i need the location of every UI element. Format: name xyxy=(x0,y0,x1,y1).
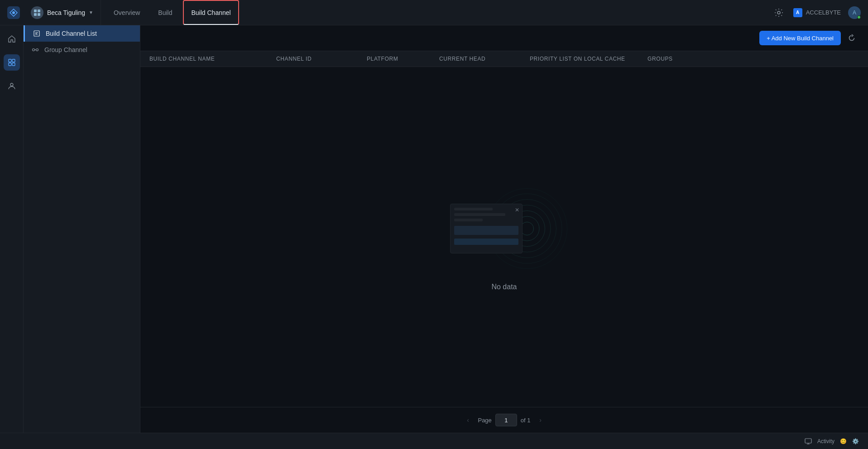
svg-point-11 xyxy=(10,83,13,86)
left-sidebar: Build Channel List Group Channel xyxy=(24,25,140,433)
table-header: Build Channel Name Channel ID Platform C… xyxy=(140,51,868,67)
bottom-bar: Activity 😊 ⚙️ xyxy=(0,433,868,449)
of-label: of 1 xyxy=(521,417,531,424)
mockup-line-1 xyxy=(454,208,493,210)
next-page-button[interactable]: › xyxy=(534,414,547,426)
col-current-head: Current Head xyxy=(439,56,530,62)
add-new-build-channel-button[interactable]: + Add New Build Channel xyxy=(759,31,841,45)
col-build-channel-name: Build Channel Name xyxy=(149,56,276,62)
tab-build[interactable]: Build xyxy=(149,0,181,25)
svg-rect-10 xyxy=(12,63,15,66)
table-body: ✕ No data xyxy=(140,67,868,407)
online-status-dot xyxy=(857,15,861,19)
empty-illustration: ✕ xyxy=(441,183,568,274)
svg-rect-4 xyxy=(34,13,37,16)
page-label: Page xyxy=(478,417,491,424)
col-channel-id: Channel ID xyxy=(276,56,367,62)
sidebar-icon-users[interactable] xyxy=(4,78,20,94)
bottom-bar-emoji[interactable]: 😊 xyxy=(840,438,847,444)
sidebar-item-label: Build Channel List xyxy=(46,30,97,37)
workspace-selector[interactable]: Beca Tiguling ▼ xyxy=(24,0,101,25)
workspace-name: Beca Tiguling xyxy=(47,9,85,16)
svg-rect-3 xyxy=(38,10,40,12)
sidebar-icon-home[interactable] xyxy=(4,31,20,47)
accelbyte-logo: A xyxy=(793,8,802,17)
workspace-avatar xyxy=(31,6,43,19)
screen-mockup: ✕ xyxy=(450,204,523,253)
mockup-bar-2 xyxy=(454,239,518,245)
empty-text: No data xyxy=(491,283,517,291)
activity-label: Activity xyxy=(817,438,834,444)
empty-state: ✕ No data xyxy=(441,183,568,291)
sidebar-item-build-channel-list[interactable]: Build Channel List xyxy=(24,25,140,42)
svg-rect-5 xyxy=(38,13,40,16)
content-toolbar: + Add New Build Channel xyxy=(140,25,868,51)
sidebar-item-label: Group Channel xyxy=(44,46,87,53)
settings-icon[interactable] xyxy=(772,5,786,20)
sidebar-item-group-channel[interactable]: Group Channel xyxy=(24,42,140,58)
tab-build-channel[interactable]: Build Channel xyxy=(183,0,239,25)
group-channel-icon xyxy=(31,46,40,53)
page-input[interactable] xyxy=(495,414,517,426)
mockup-bar-1 xyxy=(454,226,518,235)
nav-right: A ACCELBYTE A xyxy=(764,5,868,20)
top-nav: Beca Tiguling ▼ Overview Build Build Cha… xyxy=(0,0,868,25)
svg-rect-2 xyxy=(34,10,37,12)
svg-rect-8 xyxy=(12,59,15,62)
mockup-close-icon: ✕ xyxy=(515,207,519,213)
bottom-bar-screen-icon[interactable] xyxy=(805,438,812,445)
svg-point-14 xyxy=(36,49,38,51)
svg-rect-15 xyxy=(805,439,811,443)
tab-overview[interactable]: Overview xyxy=(105,0,149,25)
prev-page-button[interactable]: ‹ xyxy=(461,414,474,426)
col-priority-list: Priority List on Local Cache xyxy=(530,56,647,62)
main-body: Build Channel List Group Channel + Add N… xyxy=(0,25,868,433)
refresh-button[interactable] xyxy=(844,31,859,45)
avatar[interactable]: A xyxy=(848,6,861,19)
svg-rect-7 xyxy=(9,59,11,62)
svg-point-6 xyxy=(777,11,780,14)
sidebar-icon-build[interactable] xyxy=(4,54,20,71)
svg-rect-9 xyxy=(9,63,11,66)
bottom-bar-settings[interactable]: ⚙️ xyxy=(852,438,859,444)
nav-tabs: Overview Build Build Channel xyxy=(105,0,241,25)
user-brand: A ACCELBYTE xyxy=(793,8,841,17)
svg-point-13 xyxy=(33,49,35,51)
mockup-line-3 xyxy=(454,219,483,221)
logo-area xyxy=(0,5,24,20)
app-logo[interactable] xyxy=(7,5,20,20)
svg-point-1 xyxy=(12,11,15,14)
pagination: ‹ Page of 1 › xyxy=(140,407,868,433)
mockup-line-2 xyxy=(454,213,506,216)
bottom-bar-activity[interactable]: Activity xyxy=(817,438,834,444)
col-platform: Platform xyxy=(367,56,439,62)
col-groups: Groups xyxy=(647,56,859,62)
main-content: + Add New Build Channel Build Channel Na… xyxy=(140,25,868,433)
table-container: Build Channel Name Channel ID Platform C… xyxy=(140,51,868,407)
icon-sidebar xyxy=(0,25,24,433)
chevron-down-icon: ▼ xyxy=(89,10,93,15)
build-channel-list-icon xyxy=(32,30,41,37)
